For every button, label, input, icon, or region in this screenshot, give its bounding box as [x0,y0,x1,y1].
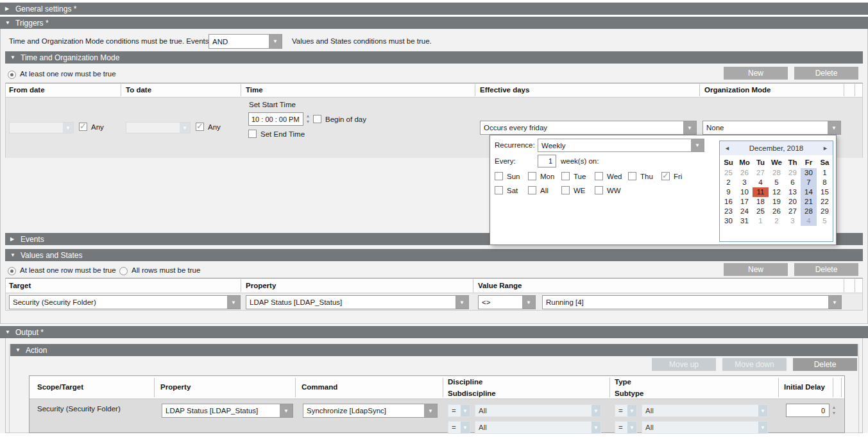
recurrence-dropdown[interactable]: Weekly ▼ [538,139,704,152]
weekday-checkbox-sat[interactable]: Sat [495,186,528,194]
action-command-dropdown[interactable]: Synchronize [LdapSync] ▼ [303,404,438,418]
events-operator-dropdown[interactable]: AND ▼ [208,34,282,49]
rule-radio-at-least-one[interactable] [8,71,16,79]
col-header-command[interactable]: Command [302,383,337,391]
col-header-subtype[interactable]: Subtype [615,390,643,397]
col-header-subdiscipline[interactable]: Subdiscipline [448,390,496,397]
set-end-time-checkbox[interactable]: Set End Time [248,130,305,138]
col-header-time[interactable]: Time [246,86,263,94]
target-dropdown[interactable]: Security (Security Folder) ▼ [9,295,241,309]
calendar-day-cell[interactable]: 7 [801,178,817,187]
subtype-operator-dropdown[interactable]: = ▼ [615,421,637,434]
calendar-day-cell[interactable]: 3 [785,216,801,226]
initial-delay-spinner[interactable]: ▲ ▼ [830,404,838,417]
vs-rule-radio-at-least-one[interactable] [8,267,16,275]
calendar-day-cell[interactable]: 31 [736,216,753,226]
subsection-header-values-states[interactable]: ▼ Values and States [5,249,863,261]
calendar-day-cell[interactable]: 28 [801,207,817,216]
section-header-output[interactable]: ▼ Output * [0,326,868,338]
weekday-checkbox-all[interactable]: All [528,186,561,194]
time-spinner[interactable]: ▲ ▼ [304,112,312,126]
calendar-day-cell[interactable]: 9 [720,187,736,197]
weekday-checkbox-fri[interactable]: Fri [661,172,695,180]
spin-down-icon[interactable]: ▼ [306,119,311,124]
calendar-day-cell[interactable]: 20 [785,197,801,207]
move-down-button[interactable]: Move down [722,358,787,371]
discipline-value-dropdown[interactable]: All ▼ [475,404,601,417]
calendar-day-cell[interactable]: 23 [720,207,736,216]
calendar-day-cell[interactable]: 25 [720,168,736,178]
calendar-day-cell[interactable]: 13 [785,187,801,197]
calendar-day-cell[interactable]: 15 [817,187,833,197]
weekday-checkbox-mon[interactable]: Mon [528,172,561,180]
calendar-day-cell[interactable]: 4 [801,216,817,226]
from-any-checkbox[interactable]: Any [79,123,104,131]
calendar-day-cell[interactable]: 19 [769,197,785,207]
col-header-type[interactable]: Type [615,378,631,386]
calendar-day-cell[interactable]: 12 [769,187,785,197]
calendar-day-cell[interactable]: 21 [801,197,817,207]
vs-rule-radio-all-rows[interactable] [119,267,128,275]
calendar-day-cell[interactable]: 16 [720,197,736,207]
col-header-target[interactable]: Target [9,282,31,289]
calendar-day-cell[interactable]: 30 [801,168,817,178]
calendar-day-cell[interactable]: 17 [736,197,753,207]
calendar-day-cell[interactable]: 10 [736,187,753,197]
to-date-dropdown[interactable]: ▼ [126,122,191,133]
initial-delay-input[interactable]: 0 [786,404,830,417]
subtype-value-dropdown[interactable]: All ▼ [642,421,768,434]
organization-mode-dropdown[interactable]: None ▼ [702,121,841,135]
action-delete-button[interactable]: Delete [793,358,857,371]
begin-of-day-checkbox[interactable]: Begin of day [313,115,366,123]
calendar-day-cell[interactable]: 5 [769,178,785,187]
every-input[interactable]: 1 [538,155,556,167]
move-up-button[interactable]: Move up [652,358,716,371]
col-header-to-date[interactable]: To date [126,86,151,94]
calendar-day-cell[interactable]: 1 [753,216,769,226]
spin-up-icon[interactable]: ▲ [832,405,837,410]
calendar-day-cell[interactable]: 26 [769,207,785,216]
weekday-checkbox-sun[interactable]: Sun [495,172,528,180]
col-header-property[interactable]: Property [246,282,276,289]
discipline-operator-dropdown[interactable]: = ▼ [448,404,470,417]
col-header-effective-days[interactable]: Effective days [480,86,529,94]
col-header-organization-mode[interactable]: Organization Mode [704,86,771,94]
calendar-day-cell[interactable]: 2 [720,178,736,187]
section-header-general-settings[interactable]: ▶ General settings * [0,3,868,15]
calendar-day-cell[interactable]: 27 [753,168,769,178]
col-header-discipline[interactable]: Discipline [448,378,482,386]
calendar-day-cell[interactable]: 4 [753,178,769,187]
property-dropdown[interactable]: LDAP Status [LDAP_Status] ▼ [246,295,469,309]
calendar-day-cell[interactable]: 22 [817,197,833,207]
weekday-checkbox-we[interactable]: WE [561,186,595,194]
col-header-action-property[interactable]: Property [160,383,191,391]
calendar-day-cell[interactable]: 29 [785,168,801,178]
col-header-from-date[interactable]: From date [9,86,45,94]
weekday-checkbox-thu[interactable]: Thu [628,172,661,180]
calendar-day-cell[interactable]: 27 [785,207,801,216]
calendar-day-cell[interactable]: 5 [817,216,833,226]
operator-dropdown[interactable]: <> ▼ [478,295,536,309]
action-property-dropdown[interactable]: LDAP Status [LDAP_Status] ▼ [162,404,293,418]
subdiscipline-operator-dropdown[interactable]: = ▼ [448,421,470,434]
section-header-triggers[interactable]: ▼ Triggers * [0,17,868,29]
type-operator-dropdown[interactable]: = ▼ [615,404,637,417]
calendar-day-cell[interactable]: 1 [817,168,833,178]
calendar-day-cell[interactable]: 29 [817,207,833,216]
vs-new-button[interactable]: New [724,263,788,276]
calendar-day-cell[interactable]: 8 [817,178,833,187]
calendar-day-cell[interactable]: 14 [801,187,817,197]
previous-month-icon[interactable]: ◄ [724,145,730,151]
calendar-day-cell[interactable]: 25 [753,207,769,216]
from-date-dropdown[interactable]: ▼ [9,122,74,133]
new-button[interactable]: New [724,67,788,80]
weekday-checkbox-wed[interactable]: Wed [595,172,628,180]
value-range-dropdown[interactable]: Running [4] ▼ [542,295,842,309]
calendar-day-cell[interactable]: 18 [753,197,769,207]
spin-down-icon[interactable]: ▼ [832,411,837,416]
next-month-icon[interactable]: ► [822,145,828,151]
calendar-day-cell[interactable]: 3 [736,178,753,187]
col-header-initial-delay[interactable]: Initial Delay [784,383,825,391]
calendar-month-title[interactable]: December, 2018 [749,144,803,152]
weekday-checkbox-ww[interactable]: WW [595,186,628,194]
